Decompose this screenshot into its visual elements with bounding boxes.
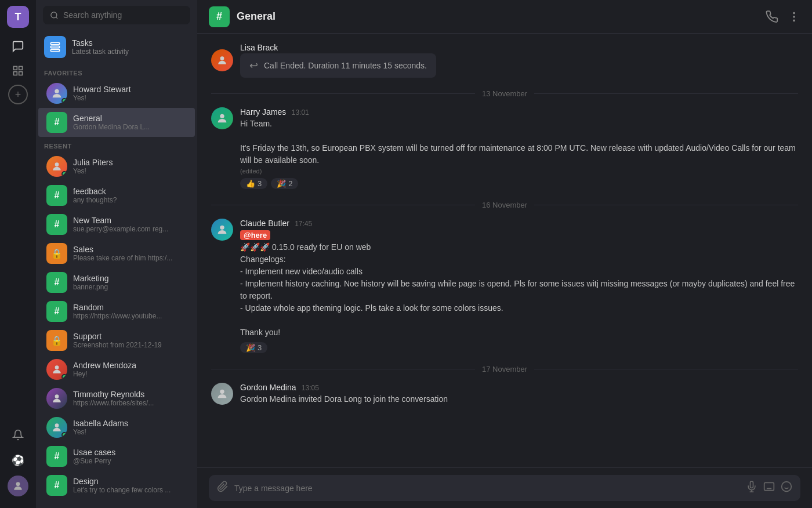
sidebar-item-newteam[interactable]: # New Team sue.perry@example.com reg... [38, 210, 195, 239]
sidebar-item-andrew[interactable]: Andrew Mendoza Hey! [38, 355, 195, 384]
sender-name: Harry James [240, 107, 286, 117]
sidebar-item-julia[interactable]: Julia Piters Yes! [38, 152, 195, 181]
channel-name: Isabella Adams [73, 419, 187, 428]
svg-rect-0 [14, 67, 17, 70]
channel-name: Random [73, 303, 187, 312]
search-input[interactable] [63, 10, 183, 20]
sidebar-item-random[interactable]: # Random https://https://www.youtube... [38, 297, 195, 326]
sidebar-item-feedback[interactable]: # feedback any thoughts? [38, 181, 195, 210]
sidebar-item-sales[interactable]: 🔒 Sales Please take care of him https:/.… [38, 239, 195, 268]
more-options-icon[interactable] [788, 10, 800, 23]
soccer-icon[interactable]: ⚽ [8, 450, 28, 471]
lisa-avatar [211, 49, 233, 71]
reaction-thumbsup[interactable]: 👍 3 [240, 178, 267, 189]
channel-name: Howard Stewart [73, 85, 187, 94]
channel-sub: Hey! [73, 370, 187, 378]
reaction-party[interactable]: 🎉 2 [271, 178, 298, 189]
user-avatar[interactable]: T [7, 6, 29, 28]
microphone-icon[interactable] [746, 481, 757, 495]
svg-point-20 [220, 226, 224, 230]
avatar [46, 388, 67, 409]
chat-icon[interactable] [8, 36, 28, 57]
date-label: 17 November [482, 365, 527, 373]
svg-point-10 [55, 89, 59, 93]
channel-sub: @Sue Perry [73, 457, 187, 465]
date-divider-16nov: 16 November [211, 201, 798, 209]
channel-name: Timmothy Reynolds [73, 390, 187, 399]
harry-avatar [211, 107, 233, 129]
chat-main: # General Lisa Brack ↩ Call [197, 0, 812, 508]
svg-point-15 [793, 12, 795, 13]
call-ended-text: Call Ended. Duration 11 minutes 15 secon… [264, 61, 427, 70]
channel-name: Julia Piters [73, 158, 187, 167]
sidebar-item-howard-stewart[interactable]: Howard Stewart Yes! [38, 79, 195, 108]
message-text: Gordon Medina invited Dora Long to join … [240, 393, 798, 405]
tasks-item[interactable]: Tasks Latest task activity [36, 30, 197, 64]
svg-point-17 [793, 20, 795, 21]
grid-icon[interactable] [8, 60, 28, 81]
claude-avatar [211, 219, 233, 241]
date-divider-17nov: 17 November [211, 365, 798, 373]
svg-line-6 [56, 17, 57, 19]
sidebar-item-isabella[interactable]: Isabella Adams Yes! [38, 413, 195, 442]
sidebar-item-general[interactable]: # General Gordon Medina Dora L... [38, 108, 195, 137]
mention-here-badge: @here [240, 230, 270, 240]
channel-sub: any thoughts? [73, 196, 187, 204]
message-row-gordon: Gordon Medina 13:05 Gordon Medina invite… [211, 383, 798, 405]
search-bar[interactable] [43, 6, 190, 24]
recent-section-label: RESENT [36, 137, 197, 152]
channel-sub: banner.png [73, 283, 187, 291]
bell-icon[interactable] [8, 424, 28, 445]
channel-sub: Yes! [73, 428, 187, 436]
message-time: 13:01 [292, 108, 309, 117]
message-body: Claude Butler 17:45 @here 🚀🚀🚀 0.15.0 rea… [240, 219, 798, 353]
channel-sub: Gordon Medina Dora L... [73, 123, 187, 131]
sidebar-item-design[interactable]: # Design Let's try to change few colors … [38, 471, 195, 500]
date-divider-13nov: 13 November [211, 89, 798, 98]
channel-sub: Screenshot from 2021-12-19 [73, 341, 187, 349]
add-workspace-button[interactable]: + [8, 85, 28, 104]
edited-label: (edited) [240, 168, 798, 175]
tasks-icon [44, 36, 66, 58]
channel-hash-icon: # [46, 185, 67, 206]
avatar [46, 359, 67, 380]
avatar [46, 83, 67, 104]
svg-point-18 [220, 56, 224, 60]
channel-lock-icon: 🔒 [46, 330, 67, 351]
sidebar-item-support[interactable]: 🔒 Support Screenshot from 2021-12-19 [38, 326, 195, 355]
channel-sub: https://https://www.youtube... [73, 312, 187, 320]
channel-name: Andrew Mendoza [73, 361, 187, 370]
phone-icon[interactable] [766, 10, 778, 23]
channel-sub: Yes! [73, 167, 187, 175]
current-user-avatar[interactable] [8, 476, 28, 496]
sender-name: Claude Butler [240, 219, 289, 228]
message-time: 17:45 [295, 220, 312, 228]
svg-rect-1 [19, 67, 23, 70]
attachment-icon[interactable] [217, 481, 229, 495]
channel-name: New Team [73, 216, 187, 225]
channel-hash-icon: # [46, 475, 67, 496]
channel-hash-icon: # [46, 112, 67, 133]
sidebar-item-marketing[interactable]: # Marketing banner.png [38, 268, 195, 297]
gordon-avatar [211, 383, 233, 405]
sidebar-item-usecases[interactable]: # Usae cases @Sue Perry [38, 442, 195, 471]
emoji-icon[interactable] [781, 481, 792, 495]
channel-name: Usae cases [73, 448, 187, 457]
svg-point-11 [55, 162, 59, 166]
svg-point-14 [55, 423, 59, 427]
chat-channel-icon: # [209, 6, 230, 27]
keyboard-icon[interactable] [763, 481, 775, 495]
svg-point-5 [51, 12, 57, 17]
channel-name: Sales [73, 245, 187, 254]
header-actions [766, 10, 800, 23]
channel-sub: Please take care of him https:/... [73, 254, 187, 262]
svg-point-19 [220, 114, 224, 118]
message-input-box [209, 475, 800, 501]
favorites-section-label: FAVORITES [36, 64, 197, 79]
avatar [46, 156, 67, 177]
message-input[interactable] [234, 484, 740, 493]
sidebar-item-timmothy[interactable]: Timmothy Reynolds https://www.forbes/sit… [38, 384, 195, 413]
channel-hash-icon: # [46, 272, 67, 293]
message-input-area [197, 467, 812, 508]
reaction-party2[interactable]: 🎉 3 [240, 342, 267, 353]
